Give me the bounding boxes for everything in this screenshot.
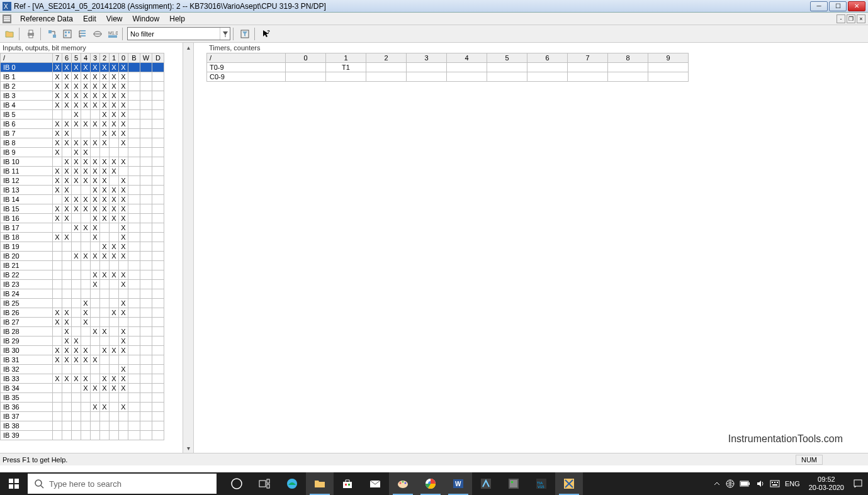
col-2[interactable]: 2 [366,53,407,63]
table-row[interactable]: IB 4XXXXXXXX [1,101,164,110]
col-B[interactable]: B [128,53,140,63]
table-row[interactable]: IB 28XXXX [1,327,164,336]
table-row[interactable]: IB 21 [1,261,164,270]
table-row[interactable]: IB 6XXXXXXXX [1,120,164,129]
table-row[interactable]: IB 5XXXX [1,110,164,120]
table-row[interactable]: IB 9XXX [1,148,164,157]
help-pointer-button[interactable]: ? [259,27,273,41]
table-row[interactable]: IB 38 [1,421,164,431]
addresses-button[interactable]: M1.0 [106,27,120,41]
col-bit-4[interactable]: 4 [81,53,91,63]
print-button[interactable] [24,27,38,41]
table-row[interactable]: IB 10XXXXXXX [1,157,164,167]
plc-icon[interactable] [500,472,527,495]
tray-notifications-icon[interactable] [853,479,863,489]
table-row[interactable]: IB 17XXXX [1,223,164,233]
col-8[interactable]: 8 [608,53,648,63]
col-bit-0[interactable]: 0 [119,53,128,63]
explorer-icon[interactable] [306,472,334,495]
table-row[interactable]: IB 27XXX [1,318,164,327]
crossref-button[interactable] [45,27,59,41]
col-1[interactable]: 1 [326,53,366,63]
table-row[interactable]: IB 19XXX [1,242,164,252]
table-row[interactable]: IB 12XXXXXXX [1,176,164,186]
table-row[interactable]: IB 18XXXX [1,233,164,242]
maximize-button[interactable]: ☐ [829,1,847,11]
col-5[interactable]: 5 [487,53,527,63]
tray-keyboard-icon[interactable] [770,480,780,487]
start-button[interactable] [0,472,28,495]
col-address[interactable]: / [207,53,286,63]
close-button[interactable]: ✕ [848,1,865,11]
tray-battery-icon[interactable] [740,480,751,487]
table-row[interactable]: IB 31XXXXX [1,355,164,365]
mail-icon[interactable] [361,472,389,495]
paint-icon[interactable] [389,472,417,495]
table-row[interactable]: C0-9 [207,72,689,82]
table-row[interactable]: IB 26XXXXX [1,308,164,318]
table-row[interactable]: IB 11XXXXXXX [1,167,164,176]
scroll-up-icon[interactable]: ▴ [187,44,190,51]
store-icon[interactable] [334,472,361,495]
table-row[interactable]: IB 34XXXXX [1,384,164,393]
word-icon[interactable]: W [444,472,472,495]
table-row[interactable]: IB 7XXXXX [1,129,164,138]
table-row[interactable]: IB 36XXX [1,403,164,412]
tia-icon[interactable]: TIAV15 [527,472,555,495]
table-row[interactable]: IB 3XXXXXXXX [1,91,164,101]
col-6[interactable]: 6 [527,53,568,63]
structure-button[interactable] [76,27,89,41]
table-row[interactable]: IB 15XXXXXXXX [1,204,164,214]
menu-reference-data[interactable]: Reference Data [15,13,78,25]
col-9[interactable]: 9 [648,53,689,63]
table-row[interactable]: IB 8XXXXXXX [1,138,164,148]
menu-view[interactable]: View [101,13,128,25]
col-D[interactable]: D [152,53,164,63]
table-row[interactable]: IB 37 [1,412,164,421]
table-row[interactable]: IB 29XXX [1,336,164,346]
table-row[interactable]: T0-9T1 [207,63,689,72]
table-row[interactable]: IB 39 [1,431,164,440]
table-row[interactable]: IB 1XXXXXXXX [1,72,164,82]
col-bit-2[interactable]: 2 [100,53,110,63]
col-3[interactable]: 3 [407,53,447,63]
col-bit-6[interactable]: 6 [62,53,72,63]
table-row[interactable]: IB 24 [1,289,164,299]
open-button[interactable] [3,27,16,41]
taskview-icon[interactable] [251,472,278,495]
simatic-icon[interactable] [472,472,500,495]
col-bit-3[interactable]: 3 [91,53,100,63]
filter-input[interactable] [128,30,220,38]
table-row[interactable]: IB 35 [1,393,164,403]
menu-help[interactable]: Help [164,13,190,25]
mdi-close-button[interactable]: × [857,14,865,23]
menu-window[interactable]: Window [128,13,165,25]
tray-clock[interactable]: 09:52 20-03-2020 [805,476,848,492]
taskbar-search[interactable]: Type here to search [28,474,217,494]
unused-button[interactable] [91,27,104,41]
col-0[interactable]: 0 [286,53,326,63]
col-bit-5[interactable]: 5 [72,53,81,63]
mdi-restore-button[interactable]: ❐ [847,14,855,23]
col-bit-1[interactable]: 1 [110,53,119,63]
table-row[interactable]: IB 2XXXXXXXX [1,82,164,91]
left-grid-scroll[interactable]: /76543210BWD IB 0XXXXXXXXIB 1XXXXXXXXIB … [0,53,183,453]
tray-network-icon[interactable] [726,479,735,488]
table-row[interactable]: IB 23XX [1,280,164,289]
table-row[interactable]: IB 13XXXXXX [1,186,164,195]
filter-toggle-button[interactable] [238,27,252,41]
col-W[interactable]: W [140,53,152,63]
scroll-down-icon[interactable]: ▾ [187,445,190,452]
table-row[interactable]: IB 0XXXXXXXX [1,63,164,72]
table-row[interactable]: IB 14XXXXXXX [1,195,164,204]
table-row[interactable]: IB 16XXXXXX [1,214,164,223]
table-row[interactable]: IB 33XXXXXXX [1,374,164,384]
table-row[interactable]: IB 25XX [1,299,164,308]
filter-combobox[interactable] [127,27,230,40]
chrome-icon[interactable] [417,472,444,495]
minimize-button[interactable]: ─ [810,1,828,11]
cortana-icon[interactable] [223,472,251,495]
table-row[interactable]: IB 30XXXXXXX [1,346,164,355]
splitter-scroll-gutter[interactable]: ▴ ▾ [183,43,194,453]
mdi-minimize-button[interactable]: - [837,14,845,23]
